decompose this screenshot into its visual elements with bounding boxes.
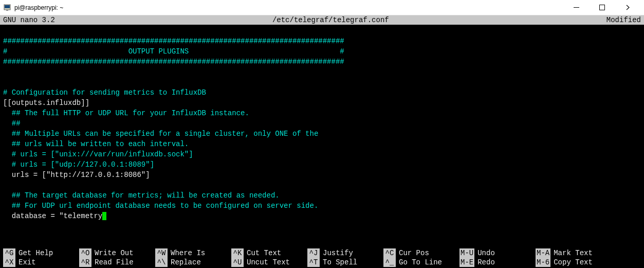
putty-icon xyxy=(3,4,11,12)
shortcut-key: ^R xyxy=(79,258,91,267)
editor-line: # OUTPUT PLUGINS # xyxy=(3,46,641,57)
shortcut-label: Cut Text xyxy=(247,248,281,258)
shortcut-key: ^U xyxy=(231,258,244,267)
editor-line: ## The target database for metrics; will… xyxy=(3,190,641,201)
shortcut-key: ^K xyxy=(231,248,244,258)
editor-line: [[outputs.influxdb]] xyxy=(3,98,641,108)
shortcut-label: Copy Text xyxy=(554,258,593,267)
shortcut-label: Read File xyxy=(95,258,134,267)
shortcut-label: Undo xyxy=(477,248,495,258)
nano-shortcuts: ^G Get Help ^O Write Out ^W Where Is ^K … xyxy=(0,248,644,268)
shortcut-key: ^_ xyxy=(383,258,396,267)
shortcut-item[interactable]: ^\ Replace xyxy=(155,258,231,267)
shortcut-key: ^O xyxy=(79,248,91,258)
editor-line: urls = ["http://127.0.0.1:8086"] xyxy=(3,170,641,180)
editor-line xyxy=(3,67,641,77)
minimize-button[interactable] xyxy=(568,2,584,14)
shortcut-label: Go To Line xyxy=(399,258,442,267)
shortcut-item[interactable]: ^C Cur Pos xyxy=(383,248,459,258)
shortcut-key: ^X xyxy=(3,258,15,267)
editor-line: ## Multiple URLs can be specified for a … xyxy=(3,129,641,139)
shortcut-item[interactable]: ^O Write Out xyxy=(79,248,155,258)
shortcut-key: M-U xyxy=(459,248,474,258)
shortcut-key: M-6 xyxy=(536,258,550,267)
shortcut-item[interactable]: ^U Uncut Text xyxy=(231,258,307,267)
text-cursor xyxy=(102,212,106,220)
shortcut-key: ^T xyxy=(307,258,320,267)
shortcut-label: Justify xyxy=(323,248,353,258)
editor-line: ########################################… xyxy=(3,36,641,46)
shortcut-label: Cur Pos xyxy=(399,248,429,258)
shortcut-label: To Spell xyxy=(323,258,357,267)
editor-line: database = "telemetry xyxy=(3,211,641,221)
editor-line: ## For UDP url endpoint database needs t… xyxy=(3,201,641,211)
shortcut-item[interactable]: M-E Redo xyxy=(459,258,536,267)
svg-rect-4 xyxy=(599,5,604,10)
shortcut-item[interactable]: ^X Exit xyxy=(3,258,79,267)
shortcut-label: Replace xyxy=(171,258,201,267)
window-controls xyxy=(568,2,641,14)
terminal-area[interactable]: GNU nano 3.2 /etc/telegraf/telegraf.conf… xyxy=(0,15,644,268)
shortcut-key: M-A xyxy=(536,248,550,258)
shortcut-item[interactable]: ^K Cut Text xyxy=(231,248,307,258)
shortcut-key: ^C xyxy=(383,248,396,258)
shortcut-label: Get Help xyxy=(19,248,53,258)
shortcut-label: Redo xyxy=(477,258,495,267)
shortcut-item[interactable]: ^J Justify xyxy=(307,248,383,258)
nano-filename: /etc/telegraf/telegraf.conf xyxy=(55,16,606,24)
shortcut-item[interactable]: ^R Read File xyxy=(79,258,155,267)
nano-status: Modified xyxy=(606,16,641,24)
shortcut-item[interactable]: ^G Get Help xyxy=(3,248,79,258)
shortcut-label: Exit xyxy=(19,258,36,267)
shortcut-item[interactable]: M-A Mark Text xyxy=(536,248,612,258)
editor-content[interactable]: ########################################… xyxy=(0,25,644,221)
maximize-button[interactable] xyxy=(594,2,610,14)
nano-app-name: GNU nano 3.2 xyxy=(3,16,55,24)
shortcut-key: ^\ xyxy=(155,258,168,267)
window-titlebar: pi@raspberrypi: ~ xyxy=(0,0,644,15)
editor-line: ## The full HTTP or UDP URL for your Inf… xyxy=(3,108,641,118)
shortcut-item[interactable]: ^_ Go To Line xyxy=(383,258,459,267)
shortcut-key: ^G xyxy=(3,248,15,258)
shortcut-item[interactable]: ^W Where Is xyxy=(155,248,231,258)
shortcut-item[interactable]: ^T To Spell xyxy=(307,258,383,267)
nano-header: GNU nano 3.2 /etc/telegraf/telegraf.conf… xyxy=(0,15,644,25)
shortcut-key: M-E xyxy=(459,258,474,267)
shortcut-label: Uncut Text xyxy=(247,258,290,267)
shortcut-label: Write Out xyxy=(95,248,134,258)
editor-line: # urls = ["udp://127.0.0.1:8089"] xyxy=(3,159,641,170)
editor-line xyxy=(3,180,641,190)
shortcut-key: ^J xyxy=(307,248,320,258)
svg-rect-1 xyxy=(5,5,10,8)
shortcut-label: Where Is xyxy=(171,248,205,258)
scroll-right-button[interactable] xyxy=(619,2,636,14)
shortcut-item[interactable]: M-6 Copy Text xyxy=(536,258,612,267)
editor-line: ## urls will be written to each interval… xyxy=(3,139,641,149)
editor-line: ## xyxy=(3,118,641,129)
shortcut-key: ^W xyxy=(155,248,168,258)
editor-line: # urls = ["unix:///var/run/influxdb.sock… xyxy=(3,149,641,159)
editor-line: ########################################… xyxy=(3,57,641,67)
shortcut-item[interactable]: M-U Undo xyxy=(459,248,536,258)
window-title: pi@raspberrypi: ~ xyxy=(14,4,568,11)
shortcut-label: Mark Text xyxy=(554,248,593,258)
svg-rect-2 xyxy=(6,10,8,11)
editor-line: # Configuration for sending metrics to I… xyxy=(3,87,641,98)
editor-line xyxy=(3,77,641,87)
